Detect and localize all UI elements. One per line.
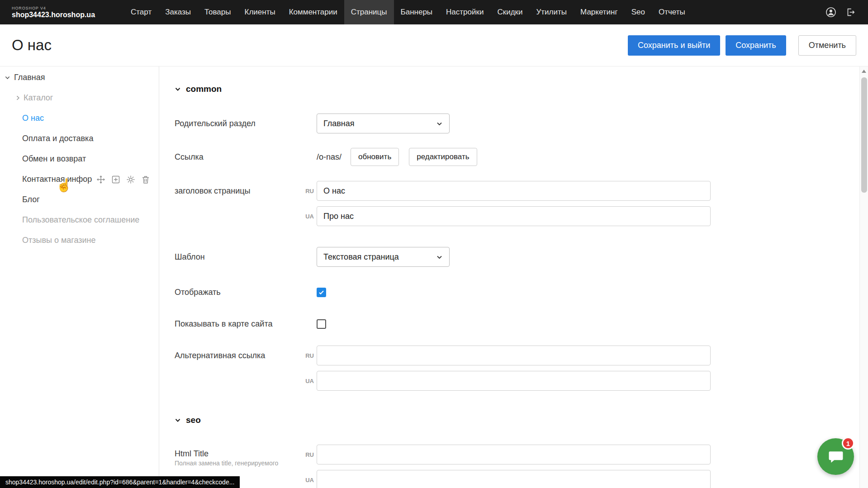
tree-item-label: Обмен и возврат [22, 154, 86, 164]
settings-icon[interactable] [126, 175, 135, 184]
tree-item-label: Пользовательское соглашение [22, 215, 139, 225]
sitemap-row: Показывать в карте сайта [175, 314, 868, 334]
lang-ua-badge: UA [301, 206, 314, 226]
top-navbar: HOROSHOP V4 shop34423.horoshop.ua Старт … [0, 0, 868, 24]
navbar-icons [825, 7, 868, 18]
lang-ru-badge: RU [301, 181, 314, 201]
menu-item-products[interactable]: Товары [198, 0, 237, 24]
logout-icon[interactable] [845, 7, 855, 17]
menu-item-seo[interactable]: Seo [625, 0, 652, 24]
status-url-tooltip: shop34423.horoshop.ua/edit/edit.php?id=6… [0, 476, 240, 488]
tree-item-store-reviews[interactable]: Отзывы о магазине [0, 230, 159, 251]
tree-item-contact-info[interactable]: Контактная инфор [0, 169, 159, 190]
save-button[interactable]: Сохранить [726, 35, 786, 56]
content-area: Главная Каталог О нас Оплата и доставка … [0, 66, 868, 488]
menu-item-comments[interactable]: Комментарии [282, 0, 344, 24]
section-seo-toggle[interactable]: seo [175, 412, 868, 428]
page-title-row: заголовок страницы RU UA [175, 181, 868, 226]
menu-item-discounts[interactable]: Скидки [490, 0, 529, 24]
logo-version: HOROSHOP V4 [12, 6, 109, 10]
chevron-down-icon [436, 254, 443, 261]
chevron-down-icon [175, 417, 181, 423]
section-title: common [186, 84, 222, 94]
menu-item-start[interactable]: Старт [124, 0, 158, 24]
tree-item-catalog[interactable]: Каталог [0, 88, 159, 108]
tree-item-label: Контактная инфор [22, 175, 92, 184]
menu-item-reports[interactable]: Отчеты [652, 0, 692, 24]
tree-item-label: Блог [22, 195, 40, 204]
page-title-label: заголовок страницы [175, 181, 317, 201]
select-value: Главная [323, 119, 355, 128]
chat-unread-badge: 1 [842, 437, 854, 450]
chat-launcher-button[interactable]: 1 [817, 438, 854, 475]
menu-item-banners[interactable]: Баннеры [394, 0, 440, 24]
template-row: Шаблон Текстовая страница [175, 247, 868, 267]
select-value: Текстовая страница [323, 252, 399, 262]
menu-item-clients[interactable]: Клиенты [238, 0, 282, 24]
sitemap-checkbox[interactable] [317, 319, 326, 329]
logo-domain: shop34423.horoshop.ua [12, 11, 109, 19]
tree-item-about[interactable]: О нас [0, 108, 159, 128]
chevron-down-icon [436, 120, 443, 127]
add-page-icon[interactable] [111, 175, 120, 184]
menu-item-marketing[interactable]: Маркетинг [574, 0, 625, 24]
display-label: Отображать [175, 288, 317, 297]
tree-item-payment-delivery[interactable]: Оплата и доставка [0, 128, 159, 149]
display-row: Отображать [175, 282, 868, 302]
alt-link-ua-input[interactable] [317, 371, 711, 391]
parent-section-select[interactable]: Главная [317, 114, 450, 133]
tree-item-exchange-return[interactable]: Обмен и возврат [0, 149, 159, 169]
link-row: Ссылка /o-nas/ обновить редактировать [175, 148, 868, 166]
tree-item-blog[interactable]: Блог [0, 190, 159, 210]
check-icon [318, 289, 324, 295]
page-title-ua-input[interactable] [317, 206, 711, 226]
save-and-exit-button[interactable]: Сохранить и выйти [628, 35, 720, 56]
alt-link-label: Альтернативная ссылка [175, 346, 317, 365]
alt-link-ru-input[interactable] [317, 346, 711, 365]
display-checkbox[interactable] [317, 288, 326, 297]
tree-item-label: Главная [14, 73, 45, 82]
scrollbar-thumb[interactable] [861, 77, 867, 193]
menu-item-orders[interactable]: Заказы [158, 0, 198, 24]
delete-icon[interactable] [141, 175, 150, 184]
scroll-up-arrow[interactable] [862, 70, 866, 73]
link-edit-button[interactable]: редактировать [409, 148, 477, 166]
menu-item-pages[interactable]: Страницы [344, 0, 394, 24]
vertical-scrollbar[interactable] [859, 66, 868, 488]
chat-icon [827, 448, 844, 465]
template-label: Шаблон [175, 252, 317, 262]
html-title-label-block: Html Title Полная замена title, генериру… [175, 445, 317, 467]
html-title-ru-input[interactable] [317, 445, 711, 464]
parent-section-row: Родительский раздел Главная [175, 114, 868, 133]
tree-item-root[interactable]: Главная [0, 67, 159, 88]
sitemap-label: Показывать в карте сайта [175, 319, 317, 329]
html-title-hint: Полная замена title, генерируемого [175, 460, 317, 467]
logo[interactable]: HOROSHOP V4 shop34423.horoshop.ua [0, 6, 119, 19]
link-update-button[interactable]: обновить [351, 148, 399, 166]
page-header: О нас Сохранить и выйти Сохранить Отмени… [0, 24, 868, 66]
section-title: seo [186, 415, 201, 425]
pages-tree-sidebar: Главная Каталог О нас Оплата и доставка … [0, 66, 159, 488]
cancel-button[interactable]: Отменить [798, 35, 856, 56]
tree-item-label: Оплата и доставка [22, 134, 93, 143]
header-actions: Сохранить и выйти Сохранить Отменить [622, 35, 856, 56]
chevron-down-icon [175, 86, 181, 92]
menu-item-utilities[interactable]: Утилиты [530, 0, 574, 24]
section-common-toggle[interactable]: common [175, 81, 868, 97]
main-menu: Старт Заказы Товары Клиенты Комментарии … [124, 0, 692, 24]
html-title-row: Html Title Полная замена title, генериру… [175, 445, 868, 488]
alt-link-row: Альтернативная ссылка RU UA [175, 346, 868, 391]
lang-ru-badge: RU [301, 445, 314, 464]
template-select[interactable]: Текстовая страница [317, 247, 450, 267]
menu-item-settings[interactable]: Настройки [439, 0, 490, 24]
page-edit-form: common Родительский раздел Главная Ссылк… [159, 66, 868, 488]
lang-ua-badge: UA [301, 470, 314, 488]
move-icon[interactable] [96, 175, 105, 184]
account-icon[interactable] [825, 7, 836, 18]
link-path: /o-nas/ [317, 152, 342, 162]
page-title-ru-input[interactable] [317, 181, 711, 201]
html-title-ua-input[interactable] [317, 470, 711, 488]
tree-item-label: Каталог [24, 93, 53, 103]
chevron-right-icon [15, 95, 21, 101]
tree-item-user-agreement[interactable]: Пользовательское соглашение [0, 210, 159, 230]
